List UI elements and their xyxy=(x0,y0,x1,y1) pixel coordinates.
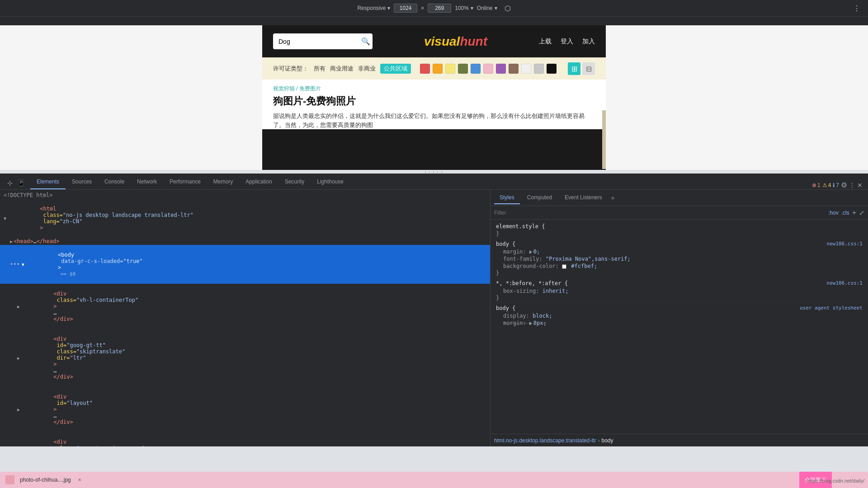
breadcrumb-html-item[interactable]: html.no-js.desktop.landscape.translated-… xyxy=(494,437,596,444)
bg-color-preview[interactable] xyxy=(562,264,566,269)
dimension-separator: × xyxy=(421,5,424,11)
div-spinner-content: <div class="goog-te-spinner-pos" > … </d… xyxy=(21,432,145,446)
swatch-green[interactable] xyxy=(458,64,468,74)
devtools-tab-icons: ⊹ 📱 xyxy=(2,177,30,189)
tab-security[interactable]: Security xyxy=(278,175,311,189)
zoom-select[interactable]: 100% ▾ xyxy=(455,5,473,11)
grid-view-small-icon[interactable]: ⊟ xyxy=(582,62,595,75)
zoom-dropdown-icon: ▾ xyxy=(471,5,473,11)
swatch-yellow[interactable] xyxy=(445,64,455,74)
swatch-black[interactable] xyxy=(547,64,557,74)
div-layout-arrow[interactable] xyxy=(17,407,20,412)
body-tag-line[interactable]: ••• <body data-gr-c-s-loaded="true" > ==… xyxy=(0,245,490,284)
filter-noncommercial[interactable]: 非商业 xyxy=(358,65,376,73)
swatch-orange[interactable] xyxy=(433,64,443,74)
filter-public[interactable]: 公共区域 xyxy=(380,64,411,74)
site-search-box[interactable]: 🔍 xyxy=(273,33,373,49)
css-selector-star: *, *:before, *:after { new106.css:1 xyxy=(496,280,863,286)
display-prop-value: block; xyxy=(533,313,552,319)
rotate-icon[interactable]: ⬡ xyxy=(505,4,511,13)
color-swatches xyxy=(420,64,557,74)
head-expand-arrow[interactable] xyxy=(10,239,13,244)
css-body-source[interactable]: new106.css:1 xyxy=(827,241,863,247)
swatch-white[interactable] xyxy=(521,64,531,74)
tab-styles[interactable]: Styles xyxy=(494,192,520,204)
breadcrumb-body-item[interactable]: body xyxy=(601,437,613,444)
css-selector-body-ua: body { user agent stylesheet xyxy=(496,305,863,311)
tab-sources[interactable]: Sources xyxy=(66,175,98,189)
filter-label: 许可证类型： xyxy=(273,65,308,73)
swatch-blue[interactable] xyxy=(471,64,481,74)
scrollbar[interactable] xyxy=(602,110,606,169)
responsive-label: Responsive xyxy=(357,5,386,11)
tab-application[interactable]: Application xyxy=(239,175,278,189)
bottom-filename: photo-of-chihua....jpg xyxy=(20,477,71,483)
head-tag-line[interactable]: <head> … </head> xyxy=(0,238,490,245)
css-rule2-close: } xyxy=(496,270,863,276)
tab-network[interactable]: Network xyxy=(131,175,163,189)
html-tag-line[interactable]: <html class="no-js desktop landscape tra… xyxy=(0,199,490,238)
site-logo: visualhunt xyxy=(424,34,487,49)
nav-login[interactable]: 登入 xyxy=(561,38,573,46)
more-tabs-icon[interactable]: ⋮ xyxy=(849,182,855,189)
tab-elements[interactable]: Elements xyxy=(30,175,66,189)
devtools-panel: ⊹ 📱 Elements Sources Console Network Per… xyxy=(0,174,868,446)
styles-more-tabs-icon[interactable]: » xyxy=(611,194,614,201)
height-input[interactable] xyxy=(428,4,451,13)
css-body-ua-selector-text: body { xyxy=(496,305,515,311)
div-container-top-line[interactable]: <div class="vh-l-containerTop" > … </div… xyxy=(0,284,490,329)
nav-upload[interactable]: 上载 xyxy=(539,38,552,46)
css-selector-body: body { new106.css:1 xyxy=(496,241,863,247)
tab-performance[interactable]: Performance xyxy=(163,175,207,189)
div-goog-gt-tt-line[interactable]: <div id="goog-gt-tt" class="skiptranslat… xyxy=(0,329,490,387)
expand-styles-icon[interactable]: ⤢ xyxy=(859,209,864,216)
css-selector-element-style: element.style { xyxy=(496,223,863,230)
search-icon[interactable]: 🔍 xyxy=(361,37,370,46)
close-devtools-icon[interactable]: ✕ xyxy=(857,182,863,189)
styles-filter-input[interactable] xyxy=(494,210,826,216)
body-expand-arrow[interactable] xyxy=(22,262,24,267)
tab-console[interactable]: Console xyxy=(98,175,131,189)
select-element-icon[interactable]: ⊹ xyxy=(5,177,14,189)
info-count: 7 xyxy=(836,182,839,188)
css-star-source[interactable]: new106.css:1 xyxy=(827,280,863,286)
elements-panel: <!DOCTYPE html> <html class="no-js deskt… xyxy=(0,190,491,446)
settings-icon[interactable]: ⚙ xyxy=(841,181,847,189)
div-layout-line[interactable]: <div id="layout" > … </div> xyxy=(0,387,490,432)
add-style-button[interactable]: + xyxy=(852,209,856,217)
swatch-gray[interactable] xyxy=(534,64,544,74)
tab-computed[interactable]: Computed xyxy=(522,192,557,204)
tab-event-listeners[interactable]: Event Listeners xyxy=(559,192,608,204)
css-rule-element-style: element.style { } xyxy=(491,221,868,239)
tab-lighthouse[interactable]: Lighthouse xyxy=(311,175,350,189)
filter-commercial[interactable]: 商业用途 xyxy=(330,65,354,73)
nav-join[interactable]: 加入 xyxy=(582,38,595,46)
font-family-prop-name: font-family: xyxy=(503,256,542,262)
tab-memory[interactable]: Memory xyxy=(207,175,239,189)
grid-view-large-icon[interactable]: ⊞ xyxy=(568,62,580,75)
site-search-input[interactable] xyxy=(278,38,358,45)
div-goog-gt-tt-arrow[interactable] xyxy=(17,356,20,361)
triangle-icon xyxy=(529,250,532,254)
responsive-select[interactable]: Responsive ▾ xyxy=(357,5,390,11)
width-input[interactable] xyxy=(394,4,417,13)
swatch-red[interactable] xyxy=(420,64,430,74)
drag-handle[interactable]: • • • • • xyxy=(0,170,868,174)
toolbar-more-button[interactable]: ⋮ xyxy=(853,4,861,13)
online-select[interactable]: Online ▾ xyxy=(477,5,497,11)
device-toolbar-icon[interactable]: 📱 xyxy=(15,177,27,189)
cls-filter-button[interactable]: .cls xyxy=(841,210,849,216)
site-page-title: 狗图片-免费狗照片 xyxy=(262,94,606,112)
pseudo-filter-button[interactable]: :hov xyxy=(828,210,839,216)
head-ellipsis: … xyxy=(33,238,36,244)
swatch-pink[interactable] xyxy=(483,64,493,74)
div-container-top-arrow[interactable] xyxy=(17,304,20,309)
div-spinner-line[interactable]: <div class="goog-te-spinner-pos" > … </d… xyxy=(0,432,490,446)
swatch-brown[interactable] xyxy=(509,64,519,74)
box-sizing-prop-name: box-sizing: xyxy=(503,288,539,294)
css-body-selector-text: body { xyxy=(496,241,515,247)
bottom-close-icon[interactable]: × xyxy=(78,477,81,483)
swatch-purple[interactable] xyxy=(496,64,506,74)
html-expand-arrow[interactable] xyxy=(4,216,6,221)
filter-all[interactable]: 所有 xyxy=(314,65,326,73)
